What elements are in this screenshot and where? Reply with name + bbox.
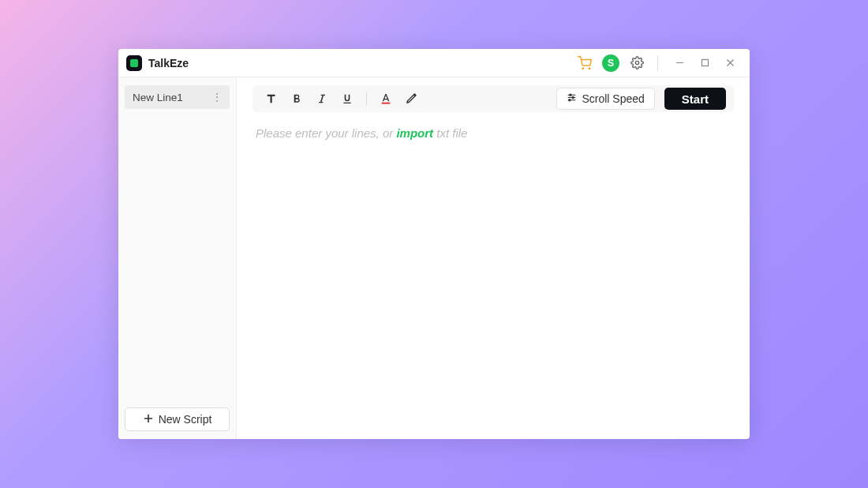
sidebar: New Line1 ⋮ New Script <box>118 77 237 439</box>
script-item[interactable]: New Line1 ⋮ <box>125 85 230 109</box>
svg-point-13 <box>572 96 574 98</box>
new-script-label: New Script <box>159 413 212 426</box>
underline-button[interactable] <box>336 88 358 109</box>
placeholder-suffix: txt file <box>436 126 467 140</box>
bold-button[interactable] <box>286 88 308 109</box>
svg-point-2 <box>635 61 638 64</box>
placeholder-prefix: Please enter your lines, or <box>256 126 396 140</box>
editor-placeholder: Please enter your lines, or import txt f… <box>256 126 731 140</box>
editor-area[interactable]: Please enter your lines, or import txt f… <box>253 112 734 431</box>
format-toolbar: Scroll Speed Start <box>253 85 734 112</box>
scroll-speed-button[interactable]: Scroll Speed <box>556 88 654 110</box>
app-body: New Line1 ⋮ New Script <box>118 77 750 439</box>
script-item-label: New Line1 <box>133 92 183 103</box>
maximize-button[interactable] <box>693 52 716 74</box>
start-label: Start <box>682 92 709 106</box>
svg-point-11 <box>570 94 571 96</box>
svg-point-1 <box>589 68 590 69</box>
import-link[interactable]: import <box>396 126 433 140</box>
sliders-icon <box>567 92 577 105</box>
toolbar-divider <box>366 92 367 106</box>
plus-icon <box>143 413 154 426</box>
highlight-button[interactable] <box>400 88 422 109</box>
avatar-letter: S <box>608 58 614 69</box>
cart-icon[interactable] <box>574 52 596 74</box>
italic-button[interactable] <box>311 88 333 109</box>
text-color-button[interactable] <box>375 88 397 109</box>
svg-point-0 <box>582 68 584 69</box>
app-logo-inner <box>130 59 138 67</box>
font-size-button[interactable] <box>260 88 282 109</box>
app-title: TalkEze <box>148 57 189 69</box>
new-script-button[interactable]: New Script <box>125 407 230 431</box>
start-button[interactable]: Start <box>664 88 726 110</box>
svg-rect-9 <box>382 103 391 104</box>
window-controls <box>668 52 742 74</box>
app-logo <box>126 55 142 71</box>
scroll-speed-label: Scroll Speed <box>582 92 644 105</box>
titlebar-divider <box>657 55 658 71</box>
gear-icon[interactable] <box>626 52 648 74</box>
minimize-button[interactable] <box>668 52 691 74</box>
more-icon[interactable]: ⋮ <box>211 91 222 103</box>
app-window: TalkEze S New Line1 ⋮ <box>118 49 750 439</box>
titlebar: TalkEze S <box>118 49 750 77</box>
close-button[interactable] <box>718 52 742 74</box>
svg-point-15 <box>569 99 571 101</box>
svg-rect-4 <box>702 60 708 66</box>
avatar[interactable]: S <box>602 54 619 72</box>
main-area: Scroll Speed Start Please enter your lin… <box>237 77 750 439</box>
